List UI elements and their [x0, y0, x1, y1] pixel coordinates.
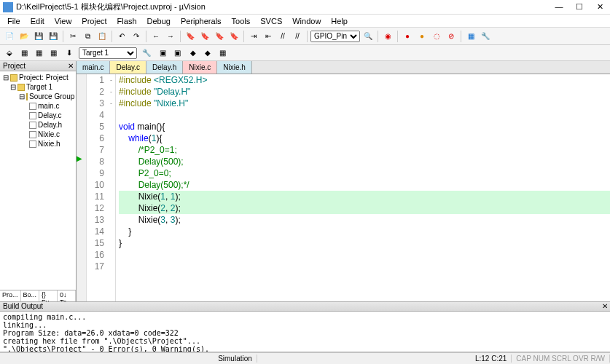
translate-icon[interactable]: ⬙	[3, 47, 16, 60]
find-combo[interactable]: GPIO_Pin	[310, 31, 360, 42]
exec-arrow-icon: ▶	[77, 154, 82, 162]
sidebar-tab[interactable]: Pro...	[0, 290, 21, 301]
bp3-icon[interactable]: ◌	[430, 30, 443, 43]
status-sim: Simulation	[214, 355, 257, 363]
uncomment-icon[interactable]: //	[291, 30, 304, 43]
sidebar-title: Project✕	[0, 61, 76, 71]
titlebar: D:\KeilProject\5-1 模块化编程\Project.uvproj …	[0, 0, 610, 15]
sidebar-tabs: Pro...Bo...{} Fu...0↓ Te...	[0, 290, 76, 301]
t1-icon[interactable]: ▣	[156, 47, 169, 60]
app-icon	[3, 2, 13, 12]
config-icon[interactable]: 🔧	[479, 30, 492, 43]
menu-peripherals[interactable]: Peripherals	[176, 16, 226, 26]
tree-root[interactable]: ⊟Project: Project	[1, 73, 74, 82]
menu-flash[interactable]: Flash	[113, 16, 141, 26]
t4-icon[interactable]: ◆	[201, 47, 214, 60]
menu-project[interactable]: Project	[77, 16, 111, 26]
copy-icon[interactable]: ⧉	[81, 30, 94, 43]
output-title: Build Output✕	[0, 301, 610, 312]
find-icon[interactable]: 🔍	[361, 30, 375, 43]
bookmark4-icon[interactable]: 🔖	[227, 30, 241, 43]
build-output[interactable]: compiling main.c... linking... Program S…	[0, 312, 610, 352]
tree-file[interactable]: Delay.c	[1, 111, 74, 120]
menu-debug[interactable]: Debug	[143, 16, 175, 26]
tree-file[interactable]: main.c	[1, 101, 74, 111]
editor-tab[interactable]: Delay.h	[146, 61, 183, 74]
target-combo[interactable]: Target 1	[79, 47, 137, 59]
editor-area: main.cDelay.cDelay.hNixie.cNixie.h ▶ 123…	[77, 61, 610, 301]
menu-svcs[interactable]: SVCS	[256, 16, 286, 26]
maximize-button[interactable]: ☐	[572, 2, 587, 12]
editor-tab[interactable]: main.c	[77, 61, 110, 74]
window-icon[interactable]: ▦	[464, 30, 477, 43]
sidebar-tab[interactable]: Bo...	[21, 290, 40, 301]
menu-help[interactable]: Help	[326, 16, 352, 26]
status-pos: L:12 C:21	[471, 355, 512, 363]
code-editor[interactable]: ▶ 1234567891011121314151617 --- #include…	[77, 74, 610, 301]
outdent-icon[interactable]: ⇤	[262, 30, 275, 43]
t3-icon[interactable]: ◆	[187, 47, 200, 60]
t5-icon[interactable]: ▦	[216, 47, 229, 60]
menu-tools[interactable]: Tools	[227, 16, 255, 26]
saveall-icon[interactable]: 💾	[47, 30, 60, 43]
redo-icon[interactable]: ↷	[130, 30, 143, 43]
cut-icon[interactable]: ✂	[66, 30, 79, 43]
open-icon[interactable]: 📂	[17, 30, 31, 43]
comment-icon[interactable]: //	[276, 30, 289, 43]
tree-file[interactable]: Nixie.c	[1, 130, 74, 139]
sidebar-tab[interactable]: {} Fu...	[39, 290, 58, 301]
sidebar-tab[interactable]: 0↓ Te...	[58, 290, 76, 301]
tree-file[interactable]: Delay.h	[1, 120, 74, 130]
undo-icon[interactable]: ↶	[115, 30, 128, 43]
menu-file[interactable]: File	[3, 16, 25, 26]
fwd-icon[interactable]: →	[164, 30, 177, 43]
bp2-icon[interactable]: ●	[415, 30, 429, 43]
batch-icon[interactable]: ▦	[47, 47, 60, 60]
tree-target[interactable]: ⊟Target 1	[1, 82, 74, 92]
bp4-icon[interactable]: ⊘	[445, 30, 458, 43]
tree-group[interactable]: ⊟Source Group 1	[1, 92, 74, 101]
fold-gutter[interactable]: ---	[107, 74, 116, 301]
rebuild-icon[interactable]: ▦	[32, 47, 45, 60]
bookmark2-icon[interactable]: 🔖	[198, 30, 211, 43]
toolbar-main: 📄 📂 💾 💾 ✂ ⧉ 📋 ↶ ↷ ← → 🔖 🔖 🔖 🔖 ⇥ ⇤ // // …	[0, 28, 610, 45]
editor-tab[interactable]: Nixie.h	[217, 61, 252, 74]
main-area: Project✕ ⊟Project: Project ⊟Target 1 ⊟So…	[0, 61, 610, 301]
build-icon[interactable]: ▦	[17, 47, 31, 60]
editor-tabs: main.cDelay.cDelay.hNixie.cNixie.h	[77, 61, 610, 74]
close-button[interactable]: ✕	[593, 2, 607, 12]
breakpoint-gutter[interactable]: ▶	[77, 74, 87, 301]
line-numbers: 1234567891011121314151617	[87, 74, 107, 301]
toolbar-build: ⬙ ▦ ▦ ▦ ⬇ Target 1 🔧 ▣ ▣ ◆ ◆ ▦	[0, 45, 610, 61]
menubar: FileEditViewProjectFlashDebugPeripherals…	[0, 15, 610, 28]
bp-icon[interactable]: ●	[401, 30, 414, 43]
sidebar-close-icon[interactable]: ✕	[68, 62, 76, 70]
menu-view[interactable]: View	[50, 16, 77, 26]
options-icon[interactable]: 🔧	[140, 47, 153, 60]
back-icon[interactable]: ←	[149, 30, 163, 43]
minimize-button[interactable]: —	[552, 2, 566, 12]
project-sidebar: Project✕ ⊟Project: Project ⊟Target 1 ⊟So…	[0, 61, 77, 301]
statusbar: Simulation L:12 C:21 CAP NUM SCRL OVR R/…	[0, 352, 610, 364]
menu-edit[interactable]: Edit	[26, 16, 49, 26]
new-icon[interactable]: 📄	[3, 30, 16, 43]
download-icon[interactable]: ⬇	[63, 47, 76, 60]
save-icon[interactable]: 💾	[32, 30, 45, 43]
bookmark3-icon[interactable]: 🔖	[213, 30, 226, 43]
editor-tab[interactable]: Nixie.c	[183, 61, 217, 74]
code-content[interactable]: #include <REGX52.H> #include "Delay.H" #…	[116, 74, 610, 301]
status-caps: CAP NUM SCRL OVR R/W	[512, 355, 610, 363]
paste-icon[interactable]: 📋	[95, 30, 109, 43]
editor-tab[interactable]: Delay.c	[110, 61, 146, 74]
tree-file[interactable]: Nixie.h	[1, 139, 74, 149]
window-title: D:\KeilProject\5-1 模块化编程\Project.uvproj …	[16, 1, 552, 12]
project-tree[interactable]: ⊟Project: Project ⊟Target 1 ⊟Source Grou…	[0, 71, 76, 290]
output-close-icon[interactable]: ✕	[602, 302, 610, 311]
indent-icon[interactable]: ⇥	[247, 30, 260, 43]
t2-icon[interactable]: ▣	[171, 47, 184, 60]
window-buttons: — ☐ ✕	[552, 2, 607, 12]
debug-icon[interactable]: ◉	[381, 30, 394, 43]
bookmark-icon[interactable]: 🔖	[184, 30, 197, 43]
menu-window[interactable]: Window	[288, 16, 325, 26]
